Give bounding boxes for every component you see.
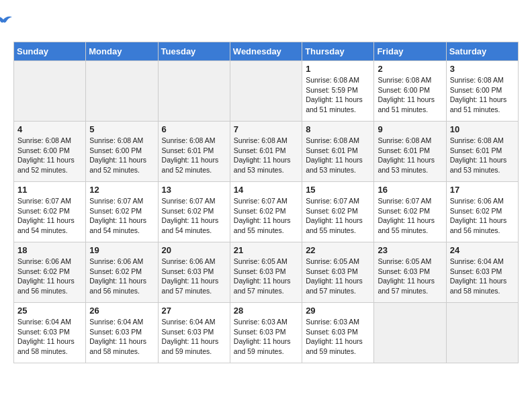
calendar-cell: 15Sunrise: 6:07 AM Sunset: 6:02 PM Dayli… <box>302 182 374 242</box>
calendar-cell: 25Sunrise: 6:04 AM Sunset: 6:03 PM Dayli… <box>14 303 86 363</box>
calendar-cell: 3Sunrise: 6:08 AM Sunset: 6:00 PM Daylig… <box>446 61 518 122</box>
day-number: 28 <box>234 306 298 316</box>
calendar-week-row: 4Sunrise: 6:08 AM Sunset: 6:00 PM Daylig… <box>14 122 519 182</box>
calendar-cell: 13Sunrise: 6:07 AM Sunset: 6:02 PM Dayli… <box>158 182 230 242</box>
calendar-cell <box>158 61 230 122</box>
weekday-header: Monday <box>86 42 158 61</box>
day-info: Sunrise: 6:04 AM Sunset: 6:03 PM Dayligh… <box>89 317 154 357</box>
day-info: Sunrise: 6:07 AM Sunset: 6:02 PM Dayligh… <box>17 196 82 236</box>
day-number: 9 <box>378 124 442 134</box>
calendar-cell: 9Sunrise: 6:08 AM Sunset: 6:01 PM Daylig… <box>374 122 446 182</box>
day-info: Sunrise: 6:05 AM Sunset: 6:03 PM Dayligh… <box>234 257 298 296</box>
day-number: 14 <box>234 185 298 195</box>
calendar-cell: 2Sunrise: 6:08 AM Sunset: 6:00 PM Daylig… <box>374 61 446 122</box>
day-info: Sunrise: 6:04 AM Sunset: 6:03 PM Dayligh… <box>162 317 226 357</box>
day-number: 6 <box>162 124 226 134</box>
day-info: Sunrise: 6:04 AM Sunset: 6:03 PM Dayligh… <box>450 257 515 296</box>
calendar-cell: 27Sunrise: 6:04 AM Sunset: 6:03 PM Dayli… <box>158 303 230 363</box>
weekday-header: Saturday <box>446 42 518 61</box>
calendar-week-row: 11Sunrise: 6:07 AM Sunset: 6:02 PM Dayli… <box>14 182 519 242</box>
weekday-header: Thursday <box>302 42 374 61</box>
calendar-cell: 24Sunrise: 6:04 AM Sunset: 6:03 PM Dayli… <box>446 242 518 303</box>
calendar-cell: 14Sunrise: 6:07 AM Sunset: 6:02 PM Dayli… <box>230 182 302 242</box>
day-number: 5 <box>89 124 154 134</box>
calendar-cell <box>446 303 518 363</box>
day-number: 26 <box>89 306 154 316</box>
day-number: 29 <box>306 306 370 316</box>
day-number: 12 <box>89 185 154 195</box>
calendar-cell: 1Sunrise: 6:08 AM Sunset: 5:59 PM Daylig… <box>302 61 374 122</box>
day-info: Sunrise: 6:08 AM Sunset: 6:00 PM Dayligh… <box>89 136 154 175</box>
day-number: 15 <box>306 185 370 195</box>
calendar-cell: 10Sunrise: 6:08 AM Sunset: 6:01 PM Dayli… <box>446 122 518 182</box>
calendar-cell: 28Sunrise: 6:03 AM Sunset: 6:03 PM Dayli… <box>230 303 302 363</box>
day-info: Sunrise: 6:06 AM Sunset: 6:02 PM Dayligh… <box>17 257 82 296</box>
calendar-cell <box>374 303 446 363</box>
weekday-header: Tuesday <box>158 42 230 61</box>
day-number: 19 <box>89 245 154 255</box>
day-number: 3 <box>450 64 515 74</box>
day-number: 16 <box>378 185 442 195</box>
day-number: 21 <box>234 245 298 255</box>
calendar-cell: 16Sunrise: 6:07 AM Sunset: 6:02 PM Dayli… <box>374 182 446 242</box>
day-number: 24 <box>450 245 515 255</box>
calendar-cell: 20Sunrise: 6:06 AM Sunset: 6:03 PM Dayli… <box>158 242 230 303</box>
calendar-cell: 12Sunrise: 6:07 AM Sunset: 6:02 PM Dayli… <box>86 182 158 242</box>
day-info: Sunrise: 6:08 AM Sunset: 6:01 PM Dayligh… <box>234 136 298 175</box>
calendar-cell: 21Sunrise: 6:05 AM Sunset: 6:03 PM Dayli… <box>230 242 302 303</box>
weekday-header: Friday <box>374 42 446 61</box>
day-info: Sunrise: 6:08 AM Sunset: 5:59 PM Dayligh… <box>306 75 370 115</box>
day-info: Sunrise: 6:07 AM Sunset: 6:02 PM Dayligh… <box>162 196 226 236</box>
day-info: Sunrise: 6:05 AM Sunset: 6:03 PM Dayligh… <box>306 257 370 296</box>
calendar-cell: 23Sunrise: 6:05 AM Sunset: 6:03 PM Dayli… <box>374 242 446 303</box>
day-number: 13 <box>162 185 226 195</box>
calendar-cell: 4Sunrise: 6:08 AM Sunset: 6:00 PM Daylig… <box>14 122 86 182</box>
day-info: Sunrise: 6:06 AM Sunset: 6:02 PM Dayligh… <box>450 196 515 236</box>
day-number: 22 <box>306 245 370 255</box>
calendar-cell: 19Sunrise: 6:06 AM Sunset: 6:02 PM Dayli… <box>86 242 158 303</box>
calendar-week-row: 18Sunrise: 6:06 AM Sunset: 6:02 PM Dayli… <box>14 242 519 303</box>
day-number: 23 <box>378 245 442 255</box>
day-info: Sunrise: 6:07 AM Sunset: 6:02 PM Dayligh… <box>306 196 370 236</box>
calendar-week-row: 25Sunrise: 6:04 AM Sunset: 6:03 PM Dayli… <box>14 303 519 363</box>
day-info: Sunrise: 6:08 AM Sunset: 6:00 PM Dayligh… <box>450 75 515 115</box>
day-number: 2 <box>378 64 442 74</box>
day-info: Sunrise: 6:03 AM Sunset: 6:03 PM Dayligh… <box>234 317 298 357</box>
day-info: Sunrise: 6:07 AM Sunset: 6:02 PM Dayligh… <box>378 196 442 236</box>
day-number: 20 <box>162 245 226 255</box>
day-number: 11 <box>17 185 82 195</box>
calendar-cell: 5Sunrise: 6:08 AM Sunset: 6:00 PM Daylig… <box>86 122 158 182</box>
calendar-cell: 26Sunrise: 6:04 AM Sunset: 6:03 PM Dayli… <box>86 303 158 363</box>
day-info: Sunrise: 6:08 AM Sunset: 6:01 PM Dayligh… <box>378 136 442 175</box>
calendar-cell <box>230 61 302 122</box>
calendar-cell: 18Sunrise: 6:06 AM Sunset: 6:02 PM Dayli… <box>14 242 86 303</box>
day-number: 25 <box>17 306 82 316</box>
day-info: Sunrise: 6:04 AM Sunset: 6:03 PM Dayligh… <box>17 317 82 357</box>
day-info: Sunrise: 6:08 AM Sunset: 6:01 PM Dayligh… <box>306 136 370 175</box>
day-info: Sunrise: 6:08 AM Sunset: 6:01 PM Dayligh… <box>162 136 226 175</box>
calendar-cell: 11Sunrise: 6:07 AM Sunset: 6:02 PM Dayli… <box>14 182 86 242</box>
calendar-cell: 6Sunrise: 6:08 AM Sunset: 6:01 PM Daylig… <box>158 122 230 182</box>
day-number: 8 <box>306 124 370 134</box>
day-number: 4 <box>17 124 82 134</box>
logo-bird-icon <box>0 14 13 28</box>
calendar-week-row: 1Sunrise: 6:08 AM Sunset: 5:59 PM Daylig… <box>14 61 519 122</box>
day-info: Sunrise: 6:06 AM Sunset: 6:03 PM Dayligh… <box>162 257 226 296</box>
calendar-cell: 22Sunrise: 6:05 AM Sunset: 6:03 PM Dayli… <box>302 242 374 303</box>
calendar-cell: 8Sunrise: 6:08 AM Sunset: 6:01 PM Daylig… <box>302 122 374 182</box>
calendar-cell <box>14 61 86 122</box>
day-info: Sunrise: 6:03 AM Sunset: 6:03 PM Dayligh… <box>306 317 370 357</box>
weekday-header: Wednesday <box>230 42 302 61</box>
day-number: 10 <box>450 124 515 134</box>
calendar-cell: 7Sunrise: 6:08 AM Sunset: 6:01 PM Daylig… <box>230 122 302 182</box>
day-number: 27 <box>162 306 226 316</box>
day-number: 18 <box>17 245 82 255</box>
day-info: Sunrise: 6:07 AM Sunset: 6:02 PM Dayligh… <box>234 196 298 236</box>
day-number: 7 <box>234 124 298 134</box>
header <box>13 13 519 35</box>
day-info: Sunrise: 6:08 AM Sunset: 6:01 PM Dayligh… <box>450 136 515 175</box>
day-info: Sunrise: 6:07 AM Sunset: 6:02 PM Dayligh… <box>89 196 154 236</box>
weekday-header: Sunday <box>14 42 86 61</box>
day-info: Sunrise: 6:05 AM Sunset: 6:03 PM Dayligh… <box>378 257 442 296</box>
calendar-cell: 17Sunrise: 6:06 AM Sunset: 6:02 PM Dayli… <box>446 182 518 242</box>
